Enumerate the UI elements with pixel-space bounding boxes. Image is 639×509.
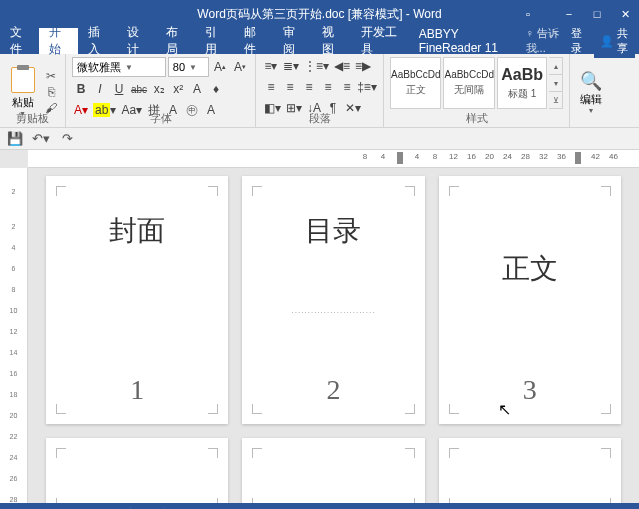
- menu-bar: 文件 开始 插入 设计 布局 引用 邮件 审阅 视图 开发工具 ABBYY Fi…: [0, 28, 639, 54]
- tab-design[interactable]: 设计: [117, 28, 156, 54]
- group-font: 微软雅黑▼ 80▼ A▴ A▾ B I U abc x₂ x² A ♦ A▾ a…: [66, 54, 256, 127]
- multilevel-button[interactable]: ⋮≡▾: [302, 57, 331, 75]
- style-normal[interactable]: AaBbCcDd 正文: [390, 57, 441, 109]
- page-heading: 封面: [109, 212, 165, 250]
- underline-button[interactable]: U: [110, 80, 128, 98]
- style-more-icon[interactable]: ⊻: [549, 92, 562, 108]
- toc-dots: ··························: [292, 308, 376, 317]
- horizontal-ruler[interactable]: 8448121620242832364246: [28, 150, 639, 168]
- style-up-icon[interactable]: ▴: [549, 58, 562, 75]
- undo-icon[interactable]: ↶▾: [32, 130, 50, 148]
- tab-insert[interactable]: 插入: [78, 28, 117, 54]
- minimize-button[interactable]: −: [555, 0, 583, 28]
- decrease-indent-button[interactable]: ◀≡: [332, 57, 352, 75]
- bold-button[interactable]: B: [72, 80, 90, 98]
- login-link[interactable]: 登录: [571, 26, 587, 56]
- tell-me[interactable]: ♀ 告诉我...: [526, 26, 566, 56]
- align-left-button[interactable]: ≡: [262, 78, 280, 96]
- page-number: 1: [130, 374, 144, 406]
- tab-view[interactable]: 视图: [312, 28, 351, 54]
- page-5[interactable]: [242, 438, 424, 503]
- ribbon-display-options: ▫: [517, 0, 539, 28]
- style-no-spacing[interactable]: AaBbCcDd 无间隔: [443, 57, 494, 109]
- strikethrough-button[interactable]: abc: [129, 80, 149, 98]
- style-down-icon[interactable]: ▾: [549, 75, 562, 92]
- bullets-button[interactable]: ≡▾: [262, 57, 280, 75]
- numbering-button[interactable]: ≣▾: [281, 57, 301, 75]
- page-4[interactable]: [46, 438, 228, 503]
- italic-button[interactable]: I: [91, 80, 109, 98]
- increase-font-icon[interactable]: A▴: [211, 58, 229, 76]
- page-number: 2: [326, 374, 340, 406]
- text-effects-button[interactable]: A: [188, 80, 206, 98]
- font-size-combo[interactable]: 80▼: [168, 57, 209, 77]
- distribute-button[interactable]: ≡: [338, 78, 356, 96]
- document-title: Word页码从第三页开始.doc [兼容模式] - Word: [197, 6, 441, 23]
- font-label: 字体: [66, 111, 255, 126]
- group-paragraph: ≡▾ ≣▾ ⋮≡▾ ◀≡ ≡▶ ≡ ≡ ≡ ≡ ≡ ‡≡▾ ◧▾ ⊞▾ ↓A ¶…: [256, 54, 384, 127]
- line-spacing-button[interactable]: ‡≡▾: [357, 78, 377, 96]
- ribbon: 粘贴 ▼ ✂ ⎘ 🖌 剪贴板 微软雅黑▼ 80▼ A▴ A▾ B I U abc: [0, 54, 639, 128]
- page-1[interactable]: 封面1: [46, 176, 228, 424]
- clear-format-button[interactable]: ♦: [207, 80, 225, 98]
- tab-references[interactable]: 引用: [195, 28, 234, 54]
- align-right-button[interactable]: ≡: [300, 78, 318, 96]
- cut-icon[interactable]: ✂: [43, 69, 59, 83]
- tab-abbyy[interactable]: ABBYY FineReader 11: [409, 28, 526, 54]
- tab-review[interactable]: 审阅: [273, 28, 312, 54]
- paste-label: 粘贴: [12, 95, 34, 110]
- group-styles: AaBbCcDd 正文 AaBbCcDd 无间隔 AaBb 标题 1 ▴ ▾ ⊻…: [384, 54, 570, 127]
- group-editing: 🔍 编辑 ▼: [570, 54, 612, 127]
- share-button[interactable]: 👤共享: [594, 24, 635, 58]
- decrease-font-icon[interactable]: A▾: [231, 58, 249, 76]
- subscript-button[interactable]: x₂: [150, 80, 168, 98]
- style-heading1[interactable]: AaBb 标题 1: [497, 57, 547, 109]
- tab-layout[interactable]: 布局: [156, 28, 195, 54]
- tab-developer[interactable]: 开发工具: [351, 28, 409, 54]
- editing-button[interactable]: 🔍 编辑 ▼: [576, 57, 606, 126]
- tab-mailings[interactable]: 邮件: [234, 28, 273, 54]
- font-name-combo[interactable]: 微软雅黑▼: [72, 57, 166, 77]
- tab-file[interactable]: 文件: [0, 28, 39, 54]
- redo-icon[interactable]: ↷: [58, 130, 76, 148]
- vertical-ruler[interactable]: 224681012141618202224262830323436384042: [0, 168, 28, 503]
- ribbon-collapse-icon[interactable]: ▫: [517, 0, 539, 28]
- status-bar: 第 3 页，共 7 页 14 个字 中文(中国) ▤ ▦ ▧ − + 30%: [0, 503, 639, 509]
- workspace: 224681012141618202224262830323436384042 …: [0, 168, 639, 503]
- styles-label: 样式: [384, 111, 569, 126]
- page-heading: 正文: [502, 250, 558, 288]
- increase-indent-button[interactable]: ≡▶: [353, 57, 373, 75]
- style-gallery-arrows: ▴ ▾ ⊻: [549, 57, 563, 109]
- paragraph-label: 段落: [256, 111, 383, 126]
- save-icon[interactable]: 💾: [6, 130, 24, 148]
- page-2[interactable]: 目录··························2: [242, 176, 424, 424]
- page-6[interactable]: [439, 438, 621, 503]
- clipboard-label: 剪贴板: [0, 111, 65, 126]
- quick-access-toolbar: 💾 ↶▾ ↷: [0, 128, 639, 150]
- page-number: 3: [523, 374, 537, 406]
- find-icon: 🔍: [580, 70, 602, 92]
- copy-icon[interactable]: ⎘: [43, 85, 59, 99]
- align-center-button[interactable]: ≡: [281, 78, 299, 96]
- justify-button[interactable]: ≡: [319, 78, 337, 96]
- page-3[interactable]: 正文3: [439, 176, 621, 424]
- page-heading: 目录: [305, 212, 361, 250]
- group-clipboard: 粘贴 ▼ ✂ ⎘ 🖌 剪贴板: [0, 54, 66, 127]
- superscript-button[interactable]: x²: [169, 80, 187, 98]
- paste-icon: [11, 67, 35, 93]
- tab-home[interactable]: 开始: [39, 28, 78, 54]
- document-area[interactable]: 封面1目录··························2正文3: [28, 168, 639, 503]
